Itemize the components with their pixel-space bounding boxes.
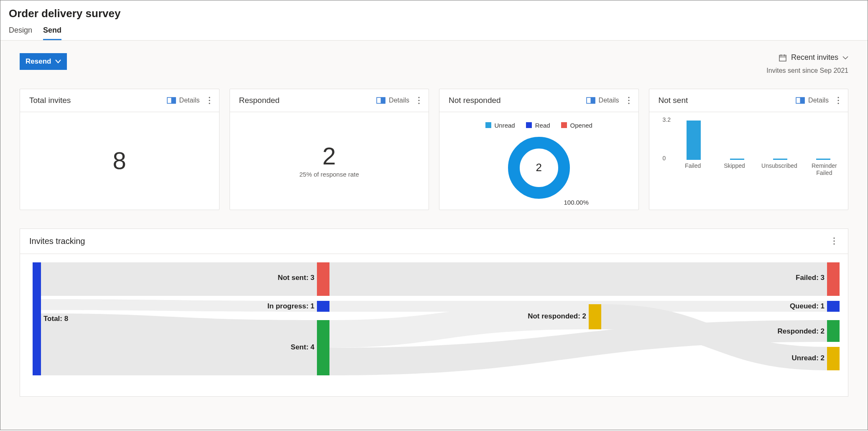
svg-point-8 [209, 103, 210, 104]
card-actions: Details [376, 96, 424, 105]
sankey-label-responded: Responded: 2 [778, 327, 825, 335]
svg-point-16 [628, 97, 629, 98]
bar-label: Failed [679, 162, 707, 177]
more-menu-button[interactable] [414, 96, 424, 105]
sankey-label-sent: Sent: 4 [291, 343, 314, 351]
bar-failed [679, 118, 709, 160]
more-menu-button[interactable] [834, 96, 843, 105]
tab-design[interactable]: Design [9, 26, 32, 40]
total-invites-value: 8 [113, 149, 126, 173]
swatch-icon [526, 122, 532, 128]
svg-rect-10 [381, 97, 385, 103]
svg-rect-35 [827, 320, 840, 342]
bar-label: Reminder Failed [810, 162, 839, 177]
y-axis-bottom: 0 [663, 155, 666, 162]
toolbar-right: Recent invites Invites sent since Sep 20… [766, 53, 848, 74]
sankey-label-not-responded: Not responded: 2 [528, 312, 586, 320]
svg-point-26 [833, 240, 835, 241]
details-link[interactable]: Details [586, 97, 619, 104]
details-icon [586, 97, 595, 104]
card-invites-tracking: Invites tracking [20, 228, 848, 397]
details-label: Details [599, 97, 619, 104]
more-vertical-icon [209, 97, 210, 104]
toolbar: Resend Recent invites Invites sent since… [20, 53, 848, 74]
svg-point-18 [628, 103, 629, 104]
svg-rect-33 [827, 262, 840, 296]
card-title: Invites tracking [29, 236, 85, 246]
bar-skipped [722, 118, 752, 160]
bar-labels: Failed Skipped Unsubscribed Reminder Fai… [659, 162, 839, 177]
details-link[interactable]: Details [796, 97, 829, 104]
legend-read: Read [526, 122, 550, 129]
svg-point-25 [833, 237, 835, 239]
responded-rate: 25% of response rate [299, 171, 359, 178]
card-title: Not responded [449, 96, 501, 105]
card-title: Responded [239, 96, 280, 105]
bar-label: Skipped [720, 162, 749, 177]
svg-point-13 [418, 103, 419, 104]
calendar-icon [779, 54, 787, 62]
resend-button[interactable]: Resend [20, 53, 67, 70]
not-sent-bar-chart: 3.2 0 Failed Skipped Unsubscribed Remind… [649, 112, 848, 179]
details-label: Details [179, 97, 200, 104]
sankey-chart: Total: 8 Not sent: 3 In progress: 1 Sent… [20, 254, 848, 396]
svg-rect-15 [591, 97, 595, 103]
svg-rect-21 [800, 97, 804, 103]
svg-rect-30 [317, 301, 329, 312]
details-link[interactable]: Details [167, 97, 200, 104]
details-icon [376, 97, 385, 104]
card-actions: Details [586, 96, 633, 105]
card-not-sent: Not sent Details 3.2 [649, 89, 849, 210]
bar-reminder-failed [808, 118, 839, 160]
tab-send[interactable]: Send [43, 26, 61, 40]
swatch-icon [561, 122, 567, 128]
card-header: Invites tracking [20, 229, 848, 254]
legend-unread: Unread [485, 122, 515, 129]
more-menu-button[interactable] [830, 236, 839, 246]
svg-point-27 [833, 243, 835, 244]
card-header: Not sent Details [649, 89, 848, 112]
tab-bar: Design Send [9, 23, 859, 40]
legend-label: Opened [570, 122, 592, 129]
donut-slice-label: 100.00% [564, 199, 589, 206]
svg-point-11 [418, 97, 419, 98]
legend-label: Read [535, 122, 550, 129]
svg-point-17 [628, 100, 629, 101]
sankey-label-total: Total: 8 [43, 315, 68, 323]
legend-label: Unread [495, 122, 515, 129]
card-actions: Details [167, 96, 214, 105]
card-header: Not responded Details [439, 89, 638, 112]
donut-chart: 2 100.00% [503, 132, 574, 203]
svg-point-22 [837, 97, 839, 98]
sankey-label-in-progress: In progress: 1 [268, 302, 314, 310]
card-responded: Responded Details 2 25% of response rate [230, 89, 429, 210]
svg-point-23 [837, 100, 839, 101]
more-vertical-icon [628, 97, 630, 104]
sankey-label-unread: Unread: 2 [792, 354, 825, 362]
more-menu-button[interactable] [624, 96, 633, 105]
card-header: Responded Details [230, 89, 429, 112]
legend-opened: Opened [561, 122, 592, 129]
invites-since-text: Invites sent since Sep 2021 [766, 67, 848, 74]
card-title: Not sent [659, 96, 688, 105]
details-label: Details [389, 97, 409, 104]
details-link[interactable]: Details [376, 97, 409, 104]
card-not-responded: Not responded Details Unread [439, 89, 639, 210]
donut-legend: Unread Read Opened [485, 122, 592, 129]
card-body: 3.2 0 Failed Skipped Unsubscribed Remind… [649, 112, 848, 210]
svg-rect-0 [779, 55, 786, 61]
svg-rect-28 [33, 262, 41, 375]
bar-label: Unsubscribed [761, 162, 797, 177]
more-vertical-icon [833, 237, 835, 245]
card-header: Total invites Details [20, 89, 219, 112]
more-vertical-icon [837, 97, 839, 104]
app-frame: Order delivery survey Design Send Resend [0, 0, 868, 430]
recent-invites-dropdown[interactable]: Recent invites [779, 53, 848, 62]
recent-invites-label: Recent invites [791, 53, 838, 62]
more-menu-button[interactable] [205, 96, 214, 105]
svg-point-6 [209, 97, 210, 98]
swatch-icon [485, 122, 491, 128]
svg-rect-34 [827, 301, 840, 312]
page-header: Order delivery survey Design Send [0, 0, 868, 40]
donut-center-value: 2 [503, 132, 574, 203]
